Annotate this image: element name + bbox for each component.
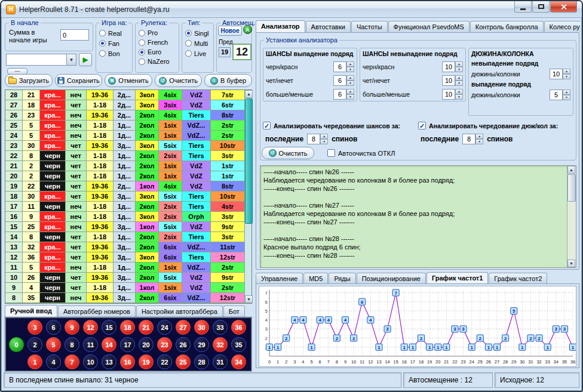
analyzer-tab-2[interactable]: Автоставки — [306, 21, 351, 32]
spin-up-icon[interactable]: ▲ — [455, 61, 463, 67]
table-row[interactable]: 1236кра...чет19-363д...3кол6sixTiers12st… — [5, 252, 244, 263]
input-tab-2[interactable]: Автограббер номеров — [58, 305, 136, 317]
board-number-5[interactable]: 5 — [46, 337, 61, 352]
board-number-36[interactable]: 36 — [231, 320, 246, 335]
scroll-down-icon[interactable]: ▼ — [567, 260, 575, 267]
table-row[interactable]: 2623кра...неч19-362д...2кол4sixTiers8str — [5, 110, 244, 121]
log-scrollbar[interactable]: ▲ ▼ — [567, 166, 576, 267]
spinner-value[interactable]: 6 — [333, 61, 346, 72]
table-row[interactable]: 255кра...неч1-181д...2кол1sixVdZ...2str — [5, 121, 244, 131]
type-option-multi[interactable]: Multi — [185, 38, 212, 48]
maximize-button[interactable] — [532, 1, 550, 13]
input-tab-4[interactable]: Бот — [223, 305, 245, 317]
view-tab-2[interactable]: MD5 — [303, 273, 328, 284]
board-number-29[interactable]: 29 — [194, 337, 209, 352]
spinner-value[interactable]: 10 — [550, 69, 563, 79]
scroll-up-icon[interactable]: ▲ — [245, 90, 253, 98]
wheel-option-nazero[interactable]: NaZero — [139, 57, 177, 66]
table-row[interactable]: 835черннеч19-363д...2кол6sixVdZ...12str — [5, 293, 244, 303]
scroll-up-icon[interactable]: ▲ — [567, 166, 575, 174]
spinner-value[interactable]: 8 — [462, 134, 475, 144]
analyze-chances-checkbox[interactable]: ✓ Анализировать чередование шансов за: — [263, 122, 400, 129]
board-number-27[interactable]: 27 — [176, 320, 191, 335]
board-number-10[interactable]: 10 — [83, 354, 98, 369]
chevron-down-icon[interactable]: ▼ — [66, 54, 76, 65]
spin-up-icon[interactable]: ▲ — [320, 134, 328, 139]
wheel-option-pro[interactable]: Pro — [139, 28, 177, 38]
board-number-28[interactable]: 28 — [194, 354, 209, 369]
table-row[interactable]: 1922чернчет19-362д...1кол4sixVdZ8str — [5, 181, 244, 192]
board-number-14[interactable]: 14 — [102, 337, 116, 352]
analyzer-tab-5[interactable]: Контроль банкролла — [470, 21, 544, 32]
input-tab-1[interactable]: Ручной ввод — [5, 305, 57, 317]
board-number-2[interactable]: 2 — [27, 337, 42, 352]
board-number-26[interactable]: 26 — [176, 337, 191, 352]
game-option-fan[interactable]: Fan — [99, 38, 131, 48]
view-tab-4[interactable]: Позиционирование — [357, 273, 426, 284]
spin-down-icon[interactable]: ▼ — [346, 94, 354, 100]
checkbox-icon[interactable] — [327, 149, 335, 157]
spinner-value[interactable]: 6 — [333, 89, 346, 100]
scroll-down-icon[interactable]: ▼ — [245, 295, 253, 303]
board-number-12[interactable]: 12 — [83, 320, 98, 335]
spinner-value[interactable]: 10 — [442, 89, 455, 100]
table-row[interactable]: 212чернчет1-181д...2кол1sixVdZ1str — [5, 161, 244, 171]
table-row[interactable]: 2718кра...чет1-182д...3кол3sixVdZ6str — [5, 100, 244, 110]
spin-down-icon[interactable]: ▼ — [455, 94, 463, 100]
board-number-34[interactable]: 34 — [231, 354, 246, 369]
history-scrollbar[interactable]: ▲ ▼ — [244, 90, 251, 303]
view-tab-5[interactable]: График частот1 — [426, 272, 488, 284]
spin-down-icon[interactable]: ▼ — [563, 95, 570, 100]
autoclean-checkbox[interactable]: Автоочистка ОТКЛ — [327, 149, 395, 157]
spin-down-icon[interactable]: ▼ — [475, 139, 483, 144]
board-number-20[interactable]: 20 — [139, 337, 154, 352]
table-row[interactable]: 169кра...неч1-181д...3кол2sixOrph3str — [5, 212, 244, 222]
minimize-button[interactable] — [514, 1, 532, 13]
board-number-13[interactable]: 13 — [102, 354, 116, 369]
view-tab-1[interactable]: Управление — [256, 273, 303, 284]
wheel-option-french[interactable]: French — [139, 38, 177, 47]
load-button[interactable]: Загрузить — [5, 74, 53, 87]
spin-up-icon[interactable]: ▲ — [563, 69, 570, 74]
board-number-11[interactable]: 11 — [83, 337, 98, 352]
spin-up-icon[interactable]: ▲ — [563, 89, 570, 95]
board-number-6[interactable]: 6 — [46, 320, 61, 335]
analyzer-tab-1[interactable]: Анализатор — [256, 20, 305, 32]
type-option-live[interactable]: Live — [185, 48, 212, 58]
analyze-dozens-checkbox[interactable]: ✓ Анализировать чередование дюж/кол за: — [418, 122, 558, 129]
autoshift-toggle-button[interactable]: A — [243, 25, 252, 34]
spinner-value[interactable]: 10 — [442, 61, 455, 72]
spin-down-icon[interactable]: ▼ — [563, 74, 570, 79]
spinner-value[interactable]: 6 — [333, 75, 346, 86]
view-tab-6[interactable]: График частот2 — [489, 273, 547, 284]
table-row[interactable]: 115кра...неч1-181д...2кол1sixVdZ...2str — [5, 263, 244, 273]
history-select[interactable]: ▼ — [6, 54, 76, 66]
checkbox-icon[interactable]: ✓ — [418, 122, 426, 129]
spinner-value[interactable]: 5 — [550, 89, 563, 100]
table-row[interactable]: 2330кра...чет19-363д...3кол5sixTiers10st… — [5, 141, 244, 151]
titlebar[interactable]: H HelperRoullet 8.71 - create helperroul… — [1, 1, 582, 18]
board-number-24[interactable]: 24 — [157, 320, 172, 335]
board-number-7[interactable]: 7 — [65, 354, 79, 369]
table-row[interactable]: 94чернчет1-181д...1кол1sixVdZ2str — [5, 283, 244, 293]
board-number-21[interactable]: 21 — [139, 320, 154, 335]
board-number-16[interactable]: 16 — [120, 354, 135, 369]
spin-down-icon[interactable]: ▼ — [346, 67, 354, 72]
clear-button[interactable]: ↺Очистить — [155, 74, 202, 87]
spin-down-icon[interactable]: ▼ — [346, 81, 354, 86]
spin-up-icon[interactable]: ▲ — [475, 134, 483, 139]
board-number-8[interactable]: 8 — [65, 337, 79, 352]
board-number-17[interactable]: 17 — [120, 337, 135, 352]
table-row[interactable]: 2821кра...неч19-362д...3кол4sixVdZ7str — [5, 90, 244, 100]
checkbox-icon[interactable]: ✓ — [263, 122, 271, 129]
board-number-19[interactable]: 19 — [139, 354, 154, 369]
game-option-bon[interactable]: Bon — [99, 48, 131, 58]
buffer-button[interactable]: ≡В буфер — [204, 74, 252, 87]
type-option-singl[interactable]: Singl — [185, 28, 212, 38]
spin-up-icon[interactable]: ▲ — [346, 75, 354, 81]
start-sum-input[interactable] — [60, 29, 89, 41]
table-row[interactable]: 1525кра...неч19-363д...1кол5sixVdZ9str — [5, 222, 244, 232]
board-number-31[interactable]: 31 — [213, 354, 228, 369]
board-number-1[interactable]: 1 — [27, 354, 42, 369]
board-number-9[interactable]: 9 — [65, 320, 79, 335]
